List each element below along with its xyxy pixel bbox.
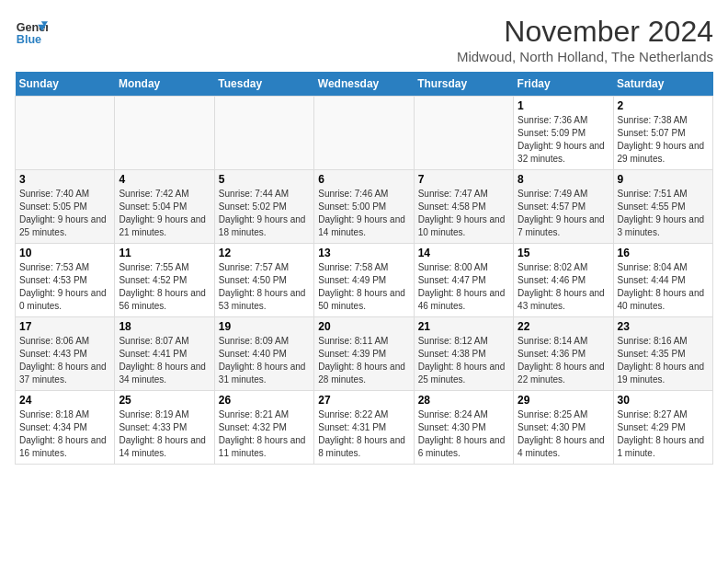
calendar-cell: 1Sunrise: 7:36 AM Sunset: 5:09 PM Daylig… (514, 97, 613, 170)
calendar-cell: 7Sunrise: 7:47 AM Sunset: 4:58 PM Daylig… (414, 170, 513, 244)
day-info: Sunrise: 8:09 AM Sunset: 4:40 PM Dayligh… (219, 335, 310, 386)
day-number: 2 (618, 99, 709, 112)
day-number: 4 (119, 173, 210, 186)
day-number: 12 (219, 247, 310, 259)
day-number: 14 (418, 247, 509, 259)
calendar-cell (214, 97, 313, 170)
day-info: Sunrise: 7:51 AM Sunset: 4:55 PM Dayligh… (618, 188, 709, 239)
day-info: Sunrise: 7:47 AM Sunset: 4:58 PM Dayligh… (418, 188, 509, 239)
calendar-table: SundayMondayTuesdayWednesdayThursdayFrid… (15, 72, 713, 465)
day-info: Sunrise: 7:44 AM Sunset: 5:02 PM Dayligh… (219, 188, 310, 239)
day-number: 16 (618, 247, 709, 259)
day-number: 29 (518, 394, 609, 407)
day-info: Sunrise: 8:18 AM Sunset: 4:34 PM Dayligh… (19, 408, 110, 460)
day-info: Sunrise: 8:16 AM Sunset: 4:35 PM Dayligh… (618, 335, 709, 386)
calendar-cell: 26Sunrise: 8:21 AM Sunset: 4:32 PM Dayli… (214, 391, 313, 465)
day-info: Sunrise: 7:42 AM Sunset: 5:04 PM Dayligh… (119, 188, 210, 239)
day-number: 11 (119, 247, 210, 259)
weekday-header-monday: Monday (115, 72, 214, 97)
calendar-week-row: 17Sunrise: 8:06 AM Sunset: 4:43 PM Dayli… (16, 317, 713, 391)
weekday-header-saturday: Saturday (613, 72, 712, 97)
day-number: 15 (518, 247, 609, 259)
day-info: Sunrise: 8:02 AM Sunset: 4:46 PM Dayligh… (518, 261, 609, 313)
day-info: Sunrise: 7:58 AM Sunset: 4:49 PM Dayligh… (318, 261, 409, 313)
calendar-cell: 22Sunrise: 8:14 AM Sunset: 4:36 PM Dayli… (514, 317, 613, 391)
calendar-cell (314, 97, 414, 170)
weekday-header-sunday: Sunday (16, 72, 115, 97)
weekday-header-friday: Friday (514, 72, 613, 97)
day-number: 8 (518, 173, 609, 186)
calendar-cell: 3Sunrise: 7:40 AM Sunset: 5:05 PM Daylig… (16, 170, 115, 244)
day-info: Sunrise: 7:49 AM Sunset: 4:57 PM Dayligh… (518, 188, 609, 239)
day-number: 22 (518, 320, 609, 333)
calendar-cell: 5Sunrise: 7:44 AM Sunset: 5:02 PM Daylig… (214, 170, 313, 244)
day-info: Sunrise: 8:12 AM Sunset: 4:38 PM Dayligh… (418, 335, 509, 386)
day-number: 9 (618, 173, 709, 186)
calendar-cell: 10Sunrise: 7:53 AM Sunset: 4:53 PM Dayli… (16, 244, 115, 317)
location-title: Midwoud, North Holland, The Netherlands (457, 49, 713, 64)
calendar-cell: 30Sunrise: 8:27 AM Sunset: 4:29 PM Dayli… (613, 391, 712, 465)
title-area: November 2024 Midwoud, North Holland, Th… (457, 15, 713, 64)
day-number: 27 (318, 394, 409, 407)
calendar-cell: 25Sunrise: 8:19 AM Sunset: 4:33 PM Dayli… (115, 391, 214, 465)
calendar-week-row: 1Sunrise: 7:36 AM Sunset: 5:09 PM Daylig… (16, 97, 713, 170)
calendar-cell: 9Sunrise: 7:51 AM Sunset: 4:55 PM Daylig… (613, 170, 712, 244)
calendar-cell: 17Sunrise: 8:06 AM Sunset: 4:43 PM Dayli… (16, 317, 115, 391)
calendar-week-row: 3Sunrise: 7:40 AM Sunset: 5:05 PM Daylig… (16, 170, 713, 244)
calendar-cell: 4Sunrise: 7:42 AM Sunset: 5:04 PM Daylig… (115, 170, 214, 244)
calendar-cell: 24Sunrise: 8:18 AM Sunset: 4:34 PM Dayli… (16, 391, 115, 465)
calendar-cell: 15Sunrise: 8:02 AM Sunset: 4:46 PM Dayli… (514, 244, 613, 317)
day-info: Sunrise: 8:07 AM Sunset: 4:41 PM Dayligh… (119, 335, 210, 386)
day-info: Sunrise: 8:14 AM Sunset: 4:36 PM Dayligh… (518, 335, 609, 386)
day-info: Sunrise: 8:25 AM Sunset: 4:30 PM Dayligh… (518, 408, 609, 460)
calendar-cell (414, 97, 513, 170)
day-info: Sunrise: 8:04 AM Sunset: 4:44 PM Dayligh… (618, 261, 709, 313)
calendar-week-row: 24Sunrise: 8:18 AM Sunset: 4:34 PM Dayli… (16, 391, 713, 465)
day-info: Sunrise: 7:36 AM Sunset: 5:09 PM Dayligh… (518, 114, 609, 166)
day-info: Sunrise: 7:40 AM Sunset: 5:05 PM Dayligh… (19, 188, 110, 239)
day-info: Sunrise: 7:46 AM Sunset: 5:00 PM Dayligh… (318, 188, 409, 239)
day-number: 3 (19, 173, 110, 186)
calendar-cell: 13Sunrise: 7:58 AM Sunset: 4:49 PM Dayli… (314, 244, 414, 317)
day-number: 6 (318, 173, 409, 186)
day-number: 30 (618, 394, 709, 407)
calendar-cell: 20Sunrise: 8:11 AM Sunset: 4:39 PM Dayli… (314, 317, 414, 391)
weekday-header-tuesday: Tuesday (214, 72, 313, 97)
day-number: 1 (518, 99, 609, 112)
month-title: November 2024 (457, 15, 713, 49)
calendar-cell: 29Sunrise: 8:25 AM Sunset: 4:30 PM Dayli… (514, 391, 613, 465)
calendar-cell: 19Sunrise: 8:09 AM Sunset: 4:40 PM Dayli… (214, 317, 313, 391)
calendar-cell: 28Sunrise: 8:24 AM Sunset: 4:30 PM Dayli… (414, 391, 513, 465)
calendar-cell (16, 97, 115, 170)
calendar-cell: 11Sunrise: 7:55 AM Sunset: 4:52 PM Dayli… (115, 244, 214, 317)
day-info: Sunrise: 8:21 AM Sunset: 4:32 PM Dayligh… (219, 408, 310, 460)
calendar-cell: 21Sunrise: 8:12 AM Sunset: 4:38 PM Dayli… (414, 317, 513, 391)
calendar-cell: 8Sunrise: 7:49 AM Sunset: 4:57 PM Daylig… (514, 170, 613, 244)
day-info: Sunrise: 8:06 AM Sunset: 4:43 PM Dayligh… (19, 335, 110, 386)
calendar-cell: 23Sunrise: 8:16 AM Sunset: 4:35 PM Dayli… (613, 317, 712, 391)
calendar-week-row: 10Sunrise: 7:53 AM Sunset: 4:53 PM Dayli… (16, 244, 713, 317)
day-info: Sunrise: 8:27 AM Sunset: 4:29 PM Dayligh… (618, 408, 709, 460)
day-number: 10 (19, 247, 110, 259)
day-number: 13 (318, 247, 409, 259)
calendar-cell: 6Sunrise: 7:46 AM Sunset: 5:00 PM Daylig… (314, 170, 414, 244)
calendar-cell: 27Sunrise: 8:22 AM Sunset: 4:31 PM Dayli… (314, 391, 414, 465)
day-info: Sunrise: 7:53 AM Sunset: 4:53 PM Dayligh… (19, 261, 110, 313)
day-number: 28 (418, 394, 509, 407)
day-number: 5 (219, 173, 310, 186)
calendar-cell: 18Sunrise: 8:07 AM Sunset: 4:41 PM Dayli… (115, 317, 214, 391)
day-number: 17 (19, 320, 110, 333)
day-number: 23 (618, 320, 709, 333)
day-info: Sunrise: 8:19 AM Sunset: 4:33 PM Dayligh… (119, 408, 210, 460)
day-info: Sunrise: 8:22 AM Sunset: 4:31 PM Dayligh… (318, 408, 409, 460)
day-number: 7 (418, 173, 509, 186)
day-info: Sunrise: 8:11 AM Sunset: 4:39 PM Dayligh… (318, 335, 409, 386)
day-number: 21 (418, 320, 509, 333)
weekday-header-wednesday: Wednesday (314, 72, 414, 97)
calendar-cell: 16Sunrise: 8:04 AM Sunset: 4:44 PM Dayli… (613, 244, 712, 317)
day-number: 26 (219, 394, 310, 407)
calendar-cell: 2Sunrise: 7:38 AM Sunset: 5:07 PM Daylig… (613, 97, 712, 170)
svg-text:Blue: Blue (17, 33, 41, 46)
day-number: 19 (219, 320, 310, 333)
calendar-cell (115, 97, 214, 170)
